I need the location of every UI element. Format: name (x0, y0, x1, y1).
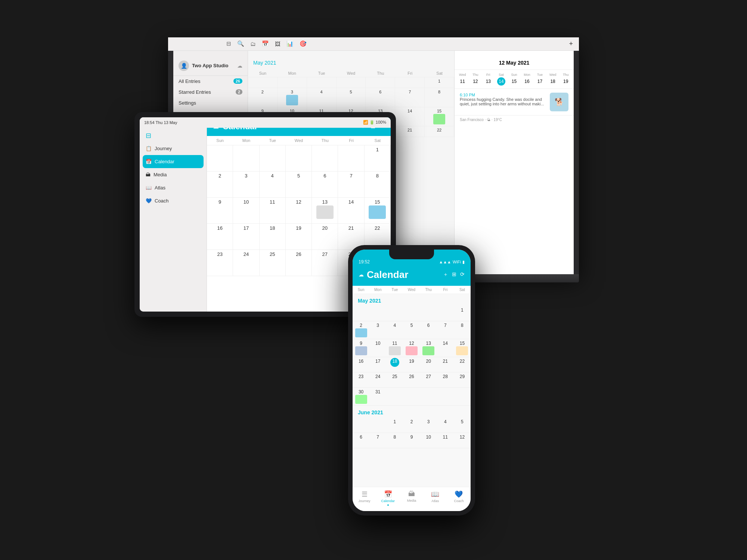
week-day: Thu 12 (471, 73, 480, 86)
phone-refresh-icon[interactable]: ⟳ (460, 271, 465, 278)
media-label: Media (154, 172, 167, 177)
toolbar-icons: ⊟ 🔍 🗂 📅 🖼 📊 🎯 (226, 43, 307, 47)
battery-icon: ▮ (462, 260, 465, 264)
journey-icon: 📋 (146, 146, 152, 151)
phone-nav-media[interactable]: 🏔 Media (400, 490, 423, 506)
week-day: Tue 17 (536, 73, 544, 86)
phone-nav-atlas[interactable]: 📖 Atlas (424, 490, 447, 506)
mac-titlebar: ⊟ 🔍 🗂 📅 🖼 📊 🎯 + (173, 43, 574, 51)
table-row: 30 31 (353, 388, 471, 406)
journey-nav-icon: ☰ (362, 490, 368, 498)
folder-icon[interactable]: 🗂 (250, 43, 256, 47)
phone-days-header: Sun Mon Tue Wed Thu Fri Sat (353, 286, 471, 294)
phone-calendar-title: Calendar (367, 269, 443, 281)
phone-nav-coach[interactable]: 💙 Coach (447, 490, 471, 506)
sidebar-item-settings[interactable]: Settings (173, 98, 248, 108)
active-indicator (387, 504, 389, 506)
settings-label: Settings (179, 100, 196, 106)
week-day: Fri 13 (484, 73, 492, 86)
atlas-nav-icon: 📖 (431, 490, 439, 498)
user-name: Two App Studio (192, 63, 234, 68)
calendar-icon[interactable]: 📅 (262, 43, 269, 47)
chart-icon[interactable]: 📊 (286, 43, 294, 47)
scene: ⊟ 🔍 🗂 📅 🖼 📊 🎯 + 👤 (112, 37, 635, 523)
all-entries-badge: 26 (233, 78, 242, 84)
calendar-icon: 📅 (146, 159, 152, 164)
sidebar-item-all-entries[interactable]: All Entries 26 (173, 76, 248, 87)
tablet-nav-atlas[interactable]: 📖 Atlas (140, 181, 207, 194)
phone: 19:52 ▲▲▲ WiFi ▮ ☁ Calendar ＋ ⊞ ⟳ (348, 245, 475, 516)
phone-toolbar: ＋ ⊞ ⟳ (443, 271, 465, 278)
calendar-row-2: 2 3 4 5 6 7 8 (248, 88, 454, 107)
sidebar-item-starred[interactable]: Starred Entries 2 (173, 87, 248, 98)
tablet-status-bar: 18:54 Thu 13 May 📶 🔋 100% (140, 117, 391, 128)
phone-cloud-icon: ☁ (359, 272, 364, 278)
calendar-row-1: 1 (248, 77, 454, 88)
mac-month-label: May 2021 (248, 56, 454, 69)
week-day: Mon 16 (523, 73, 531, 86)
tablet-nav-journey[interactable]: 📋 Journey (140, 142, 207, 155)
all-entries-label: All Entries (179, 78, 201, 84)
table-row: 9 10 11 12 13 14 15 (207, 198, 391, 224)
atlas-nav-label: Atlas (431, 499, 439, 503)
tablet-cal-header-row: Sun Mon Tue Wed Thu Fri Sat (207, 136, 391, 145)
avatar: 👤 (179, 61, 189, 71)
phone-nav-calendar[interactable]: 📅 Calendar (376, 490, 400, 506)
add-button[interactable]: + (569, 43, 573, 48)
tablet-nav-coach[interactable]: 💙 Coach (140, 194, 207, 207)
table-row: 16 17 18 19 20 21 22 (353, 357, 471, 372)
phone-time: 19:52 (359, 259, 370, 264)
week-day: Wed 18 (549, 73, 557, 86)
table-row: 2 3 4 5 6 7 8 (207, 171, 391, 198)
phone-bottom-nav: ☰ Journey 📅 Calendar 🏔 Media 📖 Atl (353, 487, 471, 511)
media-icon: 🏔 (146, 172, 151, 177)
right-panel-date: 12 May 2021 (455, 56, 574, 70)
phone-nav-journey[interactable]: ☰ Journey (353, 490, 376, 506)
tablet-nav-media[interactable]: 🏔 Media (140, 168, 207, 181)
wifi-icon: WiFi (453, 260, 461, 264)
journey-nav-label: Journey (359, 499, 371, 503)
starred-badge: 2 (236, 89, 242, 95)
table-row: 1 (353, 306, 471, 321)
entry-content: 6:10 PM Princess hugging Candy. She was … (460, 93, 546, 111)
phone-add-icon[interactable]: ＋ (443, 271, 448, 278)
table-row: 9 10 11 12 13 14 15 (353, 339, 471, 357)
calendar-label: Calendar (155, 159, 174, 164)
atlas-label: Atlas (155, 185, 165, 191)
coach-label: Coach (155, 198, 169, 204)
mac-right-panel: 12 May 2021 Wed 11 Thu 12 Fri (454, 43, 574, 274)
target-icon[interactable]: 🎯 (300, 43, 307, 47)
week-day: Wed 11 (458, 73, 467, 86)
search-icon[interactable]: 🔍 (237, 43, 244, 47)
coach-icon: 💙 (146, 198, 152, 204)
sidebar-toggle-icon[interactable]: ⊟ (226, 43, 231, 47)
cloud-icon: ☁ (237, 63, 242, 69)
journal-entry[interactable]: 6:10 PM Princess hugging Candy. She was … (455, 89, 574, 115)
phone-grid-icon[interactable]: ⊞ (452, 271, 456, 278)
tablet-time: 18:54 Thu 13 May (144, 120, 177, 125)
entry-thumbnail: 🐕 (550, 93, 568, 111)
phone-month-may: May 2021 (353, 294, 471, 306)
week-strip: Wed 11 Thu 12 Fri 13 (455, 70, 574, 89)
phone-calendar-header: ☁ Calendar ＋ ⊞ ⟳ (353, 266, 471, 286)
tablet-nav-calendar[interactable]: 📅 Calendar (143, 155, 204, 168)
entry-text: Princess hugging Candy. She was docile a… (460, 97, 546, 106)
phone-screen: 19:52 ▲▲▲ WiFi ▮ ☁ Calendar ＋ ⊞ ⟳ (353, 250, 471, 511)
table-row: 6 7 8 9 10 11 12 (353, 433, 471, 448)
table-row: 2 3 4 5 6 7 8 (353, 321, 471, 339)
calendar-nav-label: Calendar (381, 499, 395, 503)
phone-month-june: June 2021 (353, 406, 471, 418)
table-row: 23 24 25 26 27 28 29 (353, 372, 471, 388)
tablet-battery: 📶 🔋 100% (363, 120, 386, 125)
media-nav-icon: 🏔 (408, 490, 415, 498)
tablet-sidebar-icon: ⊟ (146, 132, 151, 140)
photo-icon[interactable]: 🖼 (275, 43, 280, 47)
phone-status-right: ▲▲▲ WiFi ▮ (439, 260, 465, 264)
coach-nav-icon: 💙 (455, 490, 463, 498)
table-row: 1 (207, 145, 391, 171)
tablet-sidebar: ⊟ 📋 Journey 📅 Calendar 🏔 Media (140, 117, 207, 312)
phone-calendar-content[interactable]: May 2021 1 2 3 4 5 (353, 294, 471, 487)
signal-icon: ▲▲▲ (439, 260, 451, 264)
entry-location: San Francisco · 🌤 · 19°C (455, 115, 574, 124)
media-nav-label: Media (407, 499, 416, 502)
